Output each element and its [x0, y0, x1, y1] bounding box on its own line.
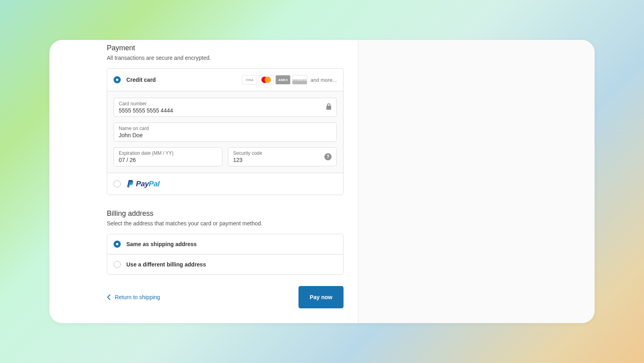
footer-row: Return to shipping Pay now: [107, 286, 344, 308]
chevron-left-icon: [107, 294, 111, 300]
payment-method-group: Credit card VISA AMEX DISCOVER and more.…: [107, 68, 344, 195]
paypal-icon: PayPal: [126, 180, 159, 188]
radio-icon: [114, 180, 121, 187]
name-on-card-input[interactable]: [119, 132, 332, 138]
billing-address-group: Same as shipping address Use a different…: [107, 234, 344, 275]
billing-section: Billing address Select the address that …: [107, 209, 344, 275]
mastercard-icon: [259, 75, 274, 85]
discover-icon: DISCOVER: [292, 75, 307, 85]
payment-title: Payment: [107, 44, 344, 52]
security-code-field-wrapper: Security code ?: [228, 147, 337, 166]
pay-now-button[interactable]: Pay now: [298, 286, 344, 308]
card-number-label: Card number: [119, 101, 332, 107]
name-on-card-label: Name on card: [119, 126, 332, 131]
checkout-left-column: Payment All transactions are secure and …: [49, 40, 358, 323]
security-code-label: Security code: [233, 150, 332, 156]
expiration-field-wrapper: Expiration date (MM / YY): [114, 147, 222, 166]
payment-subtitle: All transactions are secure and encrypte…: [107, 55, 344, 61]
lock-icon: [326, 103, 332, 111]
billing-title: Billing address: [107, 209, 344, 218]
card-brand-row: VISA AMEX DISCOVER and more...: [242, 75, 337, 85]
billing-option-different[interactable]: Use a different billing address: [107, 254, 343, 274]
radio-icon: [114, 76, 121, 83]
and-more-text: and more...: [310, 77, 337, 83]
card-number-input[interactable]: [119, 107, 332, 114]
return-to-shipping-text: Return to shipping: [115, 294, 160, 300]
billing-subtitle: Select the address that matches your car…: [107, 220, 344, 227]
radio-icon: [114, 261, 121, 268]
amex-icon: AMEX: [275, 75, 291, 85]
expiration-label: Expiration date (MM / YY): [119, 150, 217, 156]
billing-different-label: Use a different billing address: [126, 261, 206, 268]
visa-icon: VISA: [242, 75, 257, 85]
billing-same-label: Same as shipping address: [126, 241, 197, 247]
payment-option-paypal[interactable]: PayPal: [107, 173, 343, 195]
help-icon[interactable]: ?: [324, 153, 332, 160]
credit-card-label: Credit card: [126, 77, 156, 83]
return-to-shipping-link[interactable]: Return to shipping: [107, 294, 160, 300]
expiration-input[interactable]: [119, 157, 217, 163]
security-code-input[interactable]: [233, 157, 332, 163]
payment-option-credit-card[interactable]: Credit card VISA AMEX DISCOVER and more.…: [107, 69, 343, 91]
credit-card-form: Card number Name on card Expiration date…: [107, 91, 343, 173]
billing-option-same[interactable]: Same as shipping address: [107, 234, 343, 254]
radio-icon: [114, 241, 121, 248]
card-number-field-wrapper: Card number: [114, 98, 337, 117]
checkout-frame: Payment All transactions are secure and …: [49, 40, 595, 323]
checkout-right-column: [358, 40, 595, 323]
name-on-card-field-wrapper: Name on card: [114, 122, 337, 142]
